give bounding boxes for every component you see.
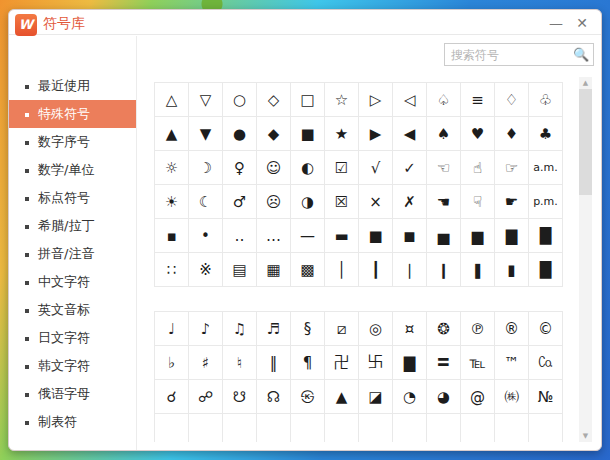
symbol-cell[interactable]: ▮ [495, 253, 529, 287]
symbol-cell[interactable]: ◇ [257, 83, 291, 117]
search-input[interactable] [451, 44, 569, 65]
symbol-cell[interactable]: § [291, 312, 325, 346]
symbol-cell[interactable]: ≡ [461, 83, 495, 117]
symbol-cell[interactable]: ☆ [325, 83, 359, 117]
symbol-cell[interactable]: ㈱ [495, 380, 529, 414]
symbol-cell[interactable]: ◕ [427, 380, 461, 414]
symbol-cell[interactable]: ♮ [223, 346, 257, 380]
sidebar-item-2[interactable]: 数字序号 [9, 128, 136, 156]
symbol-cell[interactable]: ■ [291, 117, 325, 151]
symbol-cell[interactable]: ‥ [223, 219, 257, 253]
symbol-cell[interactable]: √ [359, 151, 393, 185]
symbol-cell[interactable]: ◔ [393, 380, 427, 414]
symbol-cell[interactable]: ♭ [155, 346, 189, 380]
symbol-cell[interactable]: ▬ [325, 219, 359, 253]
symbol-cell[interactable]: ☟ [461, 185, 495, 219]
symbol-cell[interactable]: ◐ [291, 151, 325, 185]
search-icon[interactable]: 🔍 [573, 47, 588, 62]
symbol-cell[interactable]: ✗ [393, 185, 427, 219]
symbol-cell[interactable]: ♯ [189, 346, 223, 380]
symbol-cell[interactable]: ☒ [325, 185, 359, 219]
symbol-cell[interactable]: ❙ [427, 253, 461, 287]
symbol-cell[interactable]: ◪ [359, 380, 393, 414]
symbol-cell[interactable]: ■ [359, 219, 393, 253]
symbol-cell[interactable]: a.m. [529, 151, 563, 185]
symbol-cell[interactable]: ○ [223, 83, 257, 117]
sidebar-item-7[interactable]: 中文字符 [9, 268, 136, 296]
symbol-cell[interactable]: ❚ [461, 253, 495, 287]
symbol-cell[interactable]: ┃ [359, 253, 393, 287]
symbol-cell[interactable]: ▪ [155, 219, 189, 253]
sidebar-item-8[interactable]: 英文音标 [9, 296, 136, 324]
sidebar-item-5[interactable]: 希腊/拉丁 [9, 212, 136, 240]
sidebar-item-6[interactable]: 拼音/注音 [9, 240, 136, 268]
symbol-cell[interactable]: □ [291, 83, 325, 117]
symbol-cell[interactable]: ☋ [223, 380, 257, 414]
sidebar-item-9[interactable]: 日文字符 [9, 324, 136, 352]
symbol-cell[interactable]: ▲ [325, 380, 359, 414]
symbol-cell[interactable]: █ [529, 253, 563, 287]
symbol-cell[interactable]: p.m. [529, 185, 563, 219]
sidebar-item-10[interactable]: 韩文字符 [9, 352, 136, 380]
scrollbar[interactable]: ▲ ▼ [579, 77, 592, 442]
symbol-cell[interactable]: ✓ [393, 151, 427, 185]
symbol-cell[interactable]: ♂ [223, 185, 257, 219]
symbol-cell[interactable]: … [257, 219, 291, 253]
symbol-cell[interactable]: ★ [325, 117, 359, 151]
symbol-cell[interactable]: @ [461, 380, 495, 414]
sidebar-item-12[interactable]: 制表符 [9, 408, 136, 436]
symbol-cell[interactable]: ◁ [393, 83, 427, 117]
symbol-cell[interactable]: ☊ [257, 380, 291, 414]
symbol-cell[interactable]: ▼ [189, 117, 223, 151]
symbol-cell[interactable]: ♩ [155, 312, 189, 346]
symbol-cell[interactable]: ☺ [257, 151, 291, 185]
symbol-cell[interactable]: ♪ [189, 312, 223, 346]
sidebar-item-11[interactable]: 俄语字母 [9, 380, 136, 408]
symbol-cell[interactable]: ♬ [257, 312, 291, 346]
symbol-cell[interactable]: № [529, 380, 563, 414]
symbol-cell[interactable]: • [189, 219, 223, 253]
symbol-cell[interactable]: ♦ [495, 117, 529, 151]
symbol-cell[interactable]: ㏇ [529, 346, 563, 380]
symbol-cell[interactable]: △ [155, 83, 189, 117]
symbol-cell[interactable]: ♤ [427, 83, 461, 117]
symbol-cell[interactable]: ▶ [359, 117, 393, 151]
symbol-cell[interactable]: ☾ [189, 185, 223, 219]
symbol-cell[interactable]: ⧄ [325, 312, 359, 346]
symbol-cell[interactable]: ▇ [393, 346, 427, 380]
symbol-cell[interactable]: █ [529, 219, 563, 253]
symbol-cell[interactable]: ‖ [257, 346, 291, 380]
symbol-cell[interactable]: ♀ [223, 151, 257, 185]
symbol-cell[interactable]: ❘ [393, 253, 427, 287]
symbol-cell[interactable]: ㉿ [291, 380, 325, 414]
sidebar-item-0[interactable]: 最近使用 [9, 72, 136, 100]
symbol-cell[interactable]: © [529, 312, 563, 346]
symbol-cell[interactable]: ◑ [291, 185, 325, 219]
symbol-cell[interactable]: ☍ [189, 380, 223, 414]
symbol-cell[interactable]: ▅ [427, 219, 461, 253]
symbol-cell[interactable]: ☝ [461, 151, 495, 185]
scrollbar-thumb[interactable] [579, 89, 592, 195]
symbol-cell[interactable]: ♢ [495, 83, 529, 117]
symbol-cell[interactable]: ▷ [359, 83, 393, 117]
symbol-cell[interactable]: ▦ [257, 253, 291, 287]
symbol-cell[interactable]: ◀ [393, 117, 427, 151]
symbol-cell[interactable]: ℗ [461, 312, 495, 346]
symbol-cell[interactable]: ☞ [495, 151, 529, 185]
symbol-cell[interactable]: ¤ [393, 312, 427, 346]
symbol-cell[interactable]: ¶ [291, 346, 325, 380]
symbol-cell[interactable]: — [291, 219, 325, 253]
symbol-cell[interactable]: ◆ [257, 117, 291, 151]
symbol-cell[interactable]: │ [325, 253, 359, 287]
symbol-cell[interactable]: ▲ [155, 117, 189, 151]
symbol-cell[interactable]: ☚ [427, 185, 461, 219]
symbol-cell[interactable]: ❂ [427, 312, 461, 346]
symbol-cell[interactable]: ℡ [461, 346, 495, 380]
symbol-cell[interactable]: ☛ [495, 185, 529, 219]
symbol-cell[interactable]: ☀ [155, 185, 189, 219]
symbol-cell[interactable]: ▩ [291, 253, 325, 287]
symbol-cell[interactable]: ☹ [257, 185, 291, 219]
sidebar-item-4[interactable]: 标点符号 [9, 184, 136, 212]
symbol-cell[interactable]: ♥ [461, 117, 495, 151]
symbol-cell[interactable]: ☑ [325, 151, 359, 185]
